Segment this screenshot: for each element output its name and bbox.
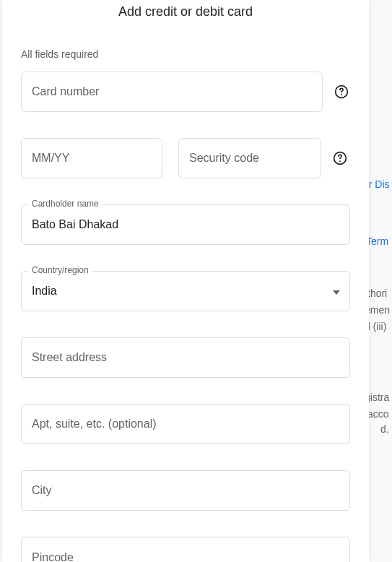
help-circle-icon bbox=[334, 85, 349, 99]
cardholder-name-input[interactable] bbox=[21, 204, 350, 245]
bg-fragment: thori bbox=[367, 285, 387, 303]
add-card-modal: Add credit or debit card All fields requ… bbox=[2, 0, 369, 562]
apt-suite-input[interactable] bbox=[21, 404, 350, 444]
svg-point-1 bbox=[341, 94, 342, 95]
cardholder-name-label: Cardholder name bbox=[28, 199, 103, 209]
street-address-input[interactable] bbox=[21, 337, 350, 378]
bg-fragment: Term bbox=[366, 233, 388, 251]
expiry-input[interactable] bbox=[21, 138, 162, 178]
modal-title: Add credit or debit card bbox=[21, 4, 350, 20]
security-code-help-icon[interactable] bbox=[333, 151, 347, 165]
bg-fragment: d. bbox=[380, 421, 389, 438]
svg-point-3 bbox=[339, 160, 341, 162]
country-region-select[interactable] bbox=[21, 271, 350, 311]
pincode-input[interactable] bbox=[21, 537, 350, 562]
required-fields-note: All fields required bbox=[21, 48, 350, 60]
security-code-input[interactable] bbox=[178, 138, 321, 178]
help-circle-icon bbox=[333, 151, 347, 165]
card-number-input[interactable] bbox=[21, 72, 323, 112]
city-input[interactable] bbox=[21, 470, 350, 511]
country-region-label: Country/region bbox=[28, 265, 92, 275]
card-number-help-icon[interactable] bbox=[334, 85, 349, 99]
